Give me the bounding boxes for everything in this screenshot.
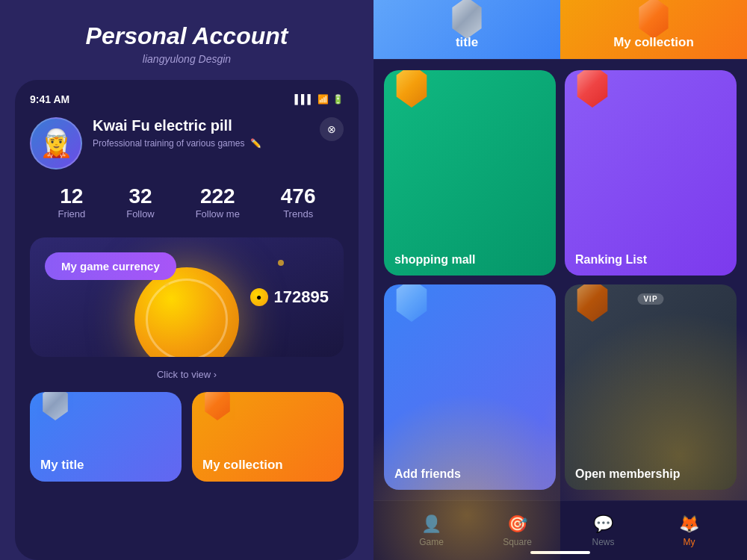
game-currency-button[interactable]: My game currency xyxy=(45,252,176,280)
square-label: Square xyxy=(503,537,532,547)
silver-gem-icon xyxy=(37,392,73,429)
battery-icon: 🔋 xyxy=(332,94,344,105)
status-time: 9:41 AM xyxy=(30,93,69,105)
my-icon: 🦊 xyxy=(679,514,699,534)
click-to-view[interactable]: Click to view › xyxy=(30,369,344,380)
settings-button[interactable]: ⊗ xyxy=(320,117,344,141)
add-friends-label: Add friends xyxy=(394,467,461,481)
stat-friend[interactable]: 12 Friend xyxy=(58,184,85,220)
ranking-list-label: Ranking List xyxy=(575,253,647,267)
header: Personal Account liangyulong Desgin xyxy=(86,22,288,65)
shopping-mall-label: shopping mall xyxy=(394,253,475,267)
profile-section: 🧝 Kwai Fu electric pill Professional tra… xyxy=(30,117,344,169)
status-bar: 9:41 AM ▌▌▌ 📶 🔋 xyxy=(30,93,344,105)
vip-badge: VIP xyxy=(637,293,663,305)
grid-row-1: shopping mall Ranking List xyxy=(384,70,737,276)
right-top-row: title My collection xyxy=(374,0,747,60)
nav-square[interactable]: 🎯 Square xyxy=(474,514,560,547)
big-coin xyxy=(134,267,239,357)
edit-icon[interactable]: ✏️ xyxy=(250,138,261,149)
dot-1 xyxy=(278,260,284,266)
my-label: My xyxy=(684,537,695,547)
status-icons: ▌▌▌ 📶 🔋 xyxy=(294,94,344,105)
game-label: Game xyxy=(419,537,444,547)
stat-trends[interactable]: 476 Trends xyxy=(281,184,316,220)
settings-icon: ⊗ xyxy=(327,123,336,135)
stats-row: 12 Friend 32 Follow 222 Follow me 476 Tr… xyxy=(30,184,344,220)
grid-row-2: Add friends VIP Open membership xyxy=(384,284,737,490)
app-subtitle: liangyulong Desgin xyxy=(86,53,288,65)
red-gem-icon xyxy=(571,70,614,116)
ranking-list-card[interactable]: Ranking List xyxy=(565,70,737,276)
stat-follow-me[interactable]: 222 Follow me xyxy=(196,184,240,220)
shopping-mall-card[interactable]: shopping mall xyxy=(384,70,556,276)
blue-gem-icon xyxy=(390,284,433,330)
left-panel: Personal Account liangyulong Desgin 9:41… xyxy=(0,0,374,560)
collection-card-top[interactable]: My collection xyxy=(560,0,747,59)
nav-indicator xyxy=(530,551,590,554)
dot-2 xyxy=(164,282,169,287)
open-membership-card[interactable]: VIP Open membership xyxy=(565,284,737,490)
square-icon: 🎯 xyxy=(507,514,527,534)
bronze-gem-icon xyxy=(571,284,614,330)
gold-gem-icon xyxy=(390,70,433,116)
my-collection-card[interactable]: My collection xyxy=(192,392,344,482)
news-icon: 💬 xyxy=(593,514,613,534)
bottom-nav: 👤 Game 🎯 Square 💬 News 🦊 My xyxy=(374,500,747,560)
open-membership-label: Open membership xyxy=(575,467,680,481)
grid-area: shopping mall Ranking List Add friends xyxy=(374,60,747,500)
coin-display: ● 172895 xyxy=(250,287,329,307)
avatar: 🧝 xyxy=(30,117,82,169)
title-card-top[interactable]: title xyxy=(374,0,560,59)
nav-game[interactable]: 👤 Game xyxy=(388,514,474,547)
currency-section: My game currency ● 172895 xyxy=(30,237,344,357)
bottom-cards: My title My collection xyxy=(30,392,344,482)
title-label-top: title xyxy=(456,35,478,50)
right-panel: title My collection shopping mall Rankin xyxy=(374,0,747,560)
stat-follow[interactable]: 32 Follow xyxy=(126,184,155,220)
collection-label-top: My collection xyxy=(613,35,694,50)
my-collection-label: My collection xyxy=(202,458,283,473)
nav-my[interactable]: 🦊 My xyxy=(646,514,732,547)
orange-gem-icon xyxy=(199,392,235,429)
add-friends-card[interactable]: Add friends xyxy=(384,284,556,490)
phone-mockup: 9:41 AM ▌▌▌ 📶 🔋 🧝 Kwai Fu electric pill … xyxy=(15,80,359,560)
nav-news[interactable]: 💬 News xyxy=(560,514,646,547)
profile-info: Kwai Fu electric pill Professional train… xyxy=(93,117,309,150)
coin-amount: 172895 xyxy=(274,287,329,307)
coin-icon: ● xyxy=(250,288,268,306)
app-title: Personal Account xyxy=(86,22,288,50)
game-icon: 👤 xyxy=(421,514,441,534)
profile-name: Kwai Fu electric pill xyxy=(93,117,309,134)
profile-desc: Professional training of various games ✏… xyxy=(93,137,309,150)
my-title-card[interactable]: My title xyxy=(30,392,182,482)
my-title-label: My title xyxy=(40,458,84,473)
signal-icon: ▌▌▌ xyxy=(294,94,314,105)
avatar-figure: 🧝 xyxy=(40,128,73,159)
news-label: News xyxy=(592,537,614,547)
wifi-icon: 📶 xyxy=(317,94,329,105)
